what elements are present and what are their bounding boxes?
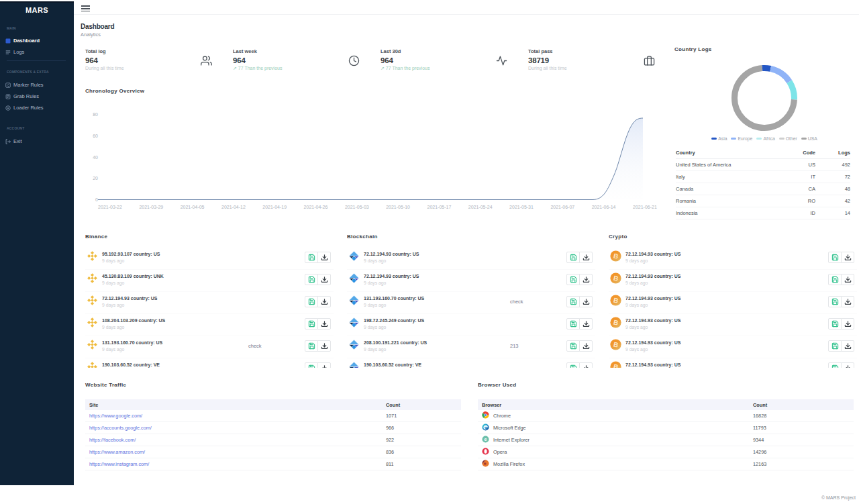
svg-text:40: 40: [93, 155, 98, 160]
svg-text:20: 20: [93, 176, 98, 181]
svg-text:80: 80: [93, 112, 98, 117]
svg-text:e: e: [484, 436, 487, 442]
svg-text:60: 60: [93, 134, 98, 138]
svg-text:2021-05-10: 2021-05-10: [386, 205, 410, 209]
svg-text:2021-05-03: 2021-05-03: [345, 205, 369, 209]
svg-text:2021-03-22: 2021-03-22: [98, 205, 122, 209]
svg-text:2021-04-19: 2021-04-19: [262, 205, 287, 209]
svg-text:2021-04-26: 2021-04-26: [304, 205, 328, 209]
svg-text:2021-06-07: 2021-06-07: [550, 205, 574, 209]
svg-text:2021-06-14: 2021-06-14: [592, 205, 616, 209]
svg-text:2021-06-21: 2021-06-21: [633, 205, 657, 209]
svg-text:2021-05-17: 2021-05-17: [427, 205, 451, 209]
svg-text:2021-05-31: 2021-05-31: [509, 205, 534, 209]
svg-text:0: 0: [95, 197, 98, 202]
svg-text:2021-04-12: 2021-04-12: [221, 205, 246, 209]
svg-text:2021-05-24: 2021-05-24: [468, 205, 493, 209]
svg-text:2021-04-05: 2021-04-05: [181, 205, 205, 209]
svg-text:2021-03-29: 2021-03-29: [139, 205, 163, 209]
